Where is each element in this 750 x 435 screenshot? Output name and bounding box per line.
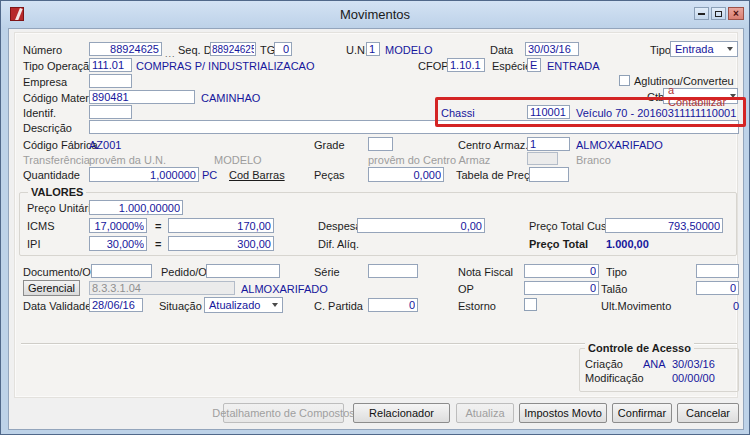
preco-total-label: Preço Total (529, 238, 588, 251)
pecas-input[interactable] (368, 167, 444, 182)
quantidade-input[interactable] (89, 167, 199, 182)
close-button[interactable]: × (728, 7, 744, 20)
codigo-fabrica-value: AZ001 (89, 139, 121, 152)
nota-fiscal-input[interactable] (524, 264, 599, 278)
tipo-label: Tipo (650, 44, 671, 57)
tabela-preco-input[interactable] (529, 167, 569, 182)
cfop-input[interactable] (447, 58, 485, 72)
tg-input[interactable] (274, 42, 292, 56)
gerencial-code-box: 8.3.3.1.04 (89, 281, 235, 295)
tipo-doc-label: Tipo (606, 266, 627, 279)
tipo-operacao-input[interactable] (89, 58, 132, 72)
identif-input[interactable] (89, 105, 132, 119)
preco-unitario-input[interactable] (89, 200, 183, 215)
dif-aliq-label: Dif. Alíq. (318, 238, 359, 251)
cancelar-button[interactable]: Cancelar (677, 403, 739, 423)
op-input[interactable] (524, 281, 599, 295)
estorno-checkbox[interactable] (524, 298, 537, 311)
icms-value-input[interactable] (168, 218, 274, 233)
cfop-label: CFOP (418, 60, 449, 73)
criacao-date: 30/03/16 (672, 358, 715, 371)
criacao-user: ANA (643, 358, 666, 371)
modificacao-label: Modificação (585, 372, 644, 385)
documento-input[interactable] (91, 264, 152, 278)
numero-input[interactable] (89, 42, 162, 56)
detalhamento-compostos-button: Detalhamento de Compostos (223, 403, 344, 423)
button-key: A (465, 407, 472, 419)
atualiza-button: Atualiza (456, 403, 514, 423)
button-label: onfirmar (626, 407, 666, 419)
un-label: U.N. (346, 44, 368, 57)
empresa-label: Empresa (23, 76, 67, 89)
un-input[interactable] (366, 42, 380, 56)
identif-label: Identif. (23, 107, 56, 120)
seq-dia-input[interactable] (210, 42, 256, 56)
centro-armaz-label: Centro Armaz. (458, 139, 528, 152)
relacionador-button[interactable]: Relacionador (353, 403, 450, 423)
especie-input[interactable] (527, 58, 541, 72)
ipi-pct-input[interactable] (89, 236, 147, 251)
transferencia-un-value: MODELO (214, 154, 262, 167)
situacao-label: Situação (159, 300, 202, 313)
minimize-button[interactable] (694, 7, 709, 20)
centro-armaz-input[interactable] (527, 137, 570, 151)
preco-total-custo-input[interactable] (605, 218, 723, 233)
ult-movimento-label: Ult.Movimento (601, 300, 671, 313)
data-input[interactable] (525, 42, 579, 56)
confirmar-button[interactable]: Confirmar (612, 403, 672, 423)
data-validade-input[interactable] (89, 298, 143, 312)
situacao-select-value: Atualizado (209, 299, 260, 311)
transferencia-ca-box (527, 152, 558, 165)
button-key: r (726, 407, 730, 419)
chassi-input[interactable] (527, 105, 570, 119)
valores-group-title: VALORES (28, 186, 86, 198)
button-label: mpostos Movto (527, 407, 602, 419)
gerencial-button-label: erencial (37, 282, 76, 294)
ipi-value-input[interactable] (168, 236, 274, 251)
gerencial-button-key: G (28, 282, 37, 294)
pedido-input[interactable] (206, 264, 280, 278)
tipo-select[interactable]: Entrada (670, 41, 738, 57)
button-key: R (369, 407, 377, 419)
icms-pct-input[interactable] (89, 218, 147, 233)
close-icon: × (733, 9, 739, 19)
nota-fiscal-label: Nota Fiscal (458, 266, 513, 279)
transferencia-ca-text: provêm do Centro Armaz (368, 154, 490, 167)
talao-input[interactable] (696, 281, 739, 295)
movimentos-window: Movimentos × Número ... Seq. Dia TG U.N.… (0, 0, 750, 435)
grade-label: Grade (314, 139, 345, 152)
chevron-down-icon (730, 94, 736, 98)
codigo-material-input[interactable] (89, 90, 195, 104)
impostos-movto-button[interactable]: Impostos Movto (519, 403, 607, 423)
ctb-select[interactable]: a Contabilizar (663, 88, 738, 104)
un-desc: MODELO (385, 44, 433, 57)
empresa-input[interactable] (89, 74, 132, 88)
despesas-input[interactable] (357, 218, 485, 233)
especie-desc: ENTRADA (547, 60, 600, 73)
tipo-select-value: Entrada (675, 43, 714, 55)
cod-barras-link[interactable]: Cod Barras (229, 169, 285, 182)
ctb-label: Ctb (647, 91, 664, 104)
quantidade-label: Quantidade (23, 169, 80, 182)
descricao-input[interactable] (89, 120, 739, 134)
tipo-operacao-label: Tipo Operação (23, 60, 95, 73)
maximize-button[interactable] (711, 7, 726, 20)
aglutinou-checkbox[interactable] (619, 75, 630, 86)
c-partida-input[interactable] (368, 298, 418, 312)
serie-input[interactable] (368, 264, 418, 278)
descricao-label: Descrição (23, 122, 72, 135)
numero-browse-button[interactable]: ... (165, 49, 176, 59)
ult-movimento-value: 0 (691, 300, 739, 313)
transferencia-ca-value: Branco (576, 154, 611, 167)
grade-input[interactable] (368, 137, 393, 151)
title-bar: Movimentos × (1, 1, 749, 28)
controle-acesso-title: Controle de Acesso (585, 342, 694, 354)
window-title: Movimentos (1, 7, 749, 22)
tipo-operacao-desc: COMPRAS P/ INDUSTRIALIZACAO (136, 60, 314, 73)
gerencial-button[interactable]: Gerencial (23, 280, 80, 296)
serie-label: Série (314, 266, 340, 279)
button-label: tualiza (473, 407, 505, 419)
tipo-doc-input[interactable] (696, 264, 739, 278)
situacao-select[interactable]: Atualizado (204, 297, 283, 313)
talao-label: Talão (601, 283, 627, 296)
